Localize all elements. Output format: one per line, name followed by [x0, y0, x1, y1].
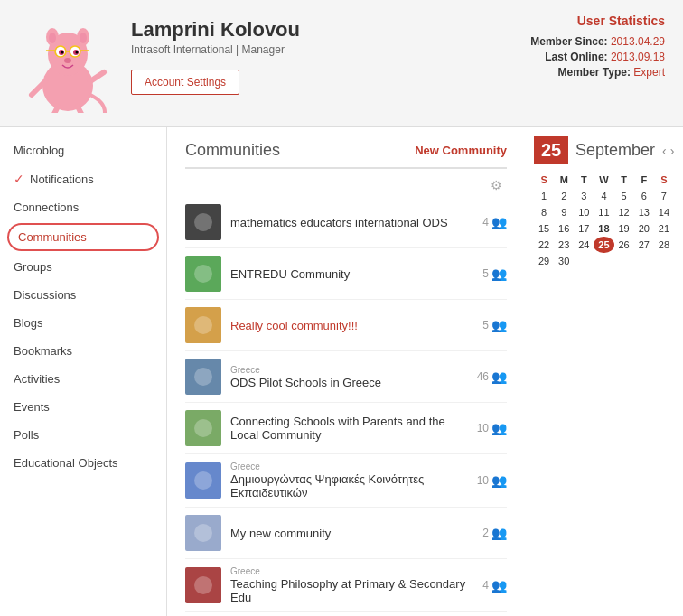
sidebar-item-microblog[interactable]: Microblog	[0, 136, 166, 164]
cal-cell-3[interactable]: 3	[574, 188, 594, 204]
community-item-connecting-schools[interactable]: Connecting Schools with Parents and the …	[185, 403, 507, 454]
community-item-entredu[interactable]: ENTREDU Community5👥	[185, 248, 507, 300]
community-thumb-my-new	[185, 515, 221, 551]
cal-cell-9[interactable]: 9	[554, 204, 574, 220]
people-icon: 👥	[491, 215, 507, 229]
account-settings-button[interactable]: Account Settings	[131, 70, 239, 95]
sidebar-item-discussions[interactable]: Discussions	[0, 281, 166, 309]
cal-cell-20[interactable]: 20	[634, 220, 654, 237]
new-community-button[interactable]: New Community	[415, 144, 507, 157]
sidebar-item-notifications[interactable]: ✓Notifications	[0, 164, 166, 193]
content-area: Communities New Community ⚙ mathematics …	[167, 127, 525, 616]
sidebar-label-notifications: Notifications	[30, 173, 94, 186]
community-item-math-edu[interactable]: mathematics educators international ODS4…	[185, 197, 507, 248]
cal-cell-25[interactable]: 25	[594, 237, 613, 253]
sidebar-label-communities: Communities	[18, 230, 87, 244]
svg-point-26	[194, 419, 212, 437]
community-name-my-new[interactable]: My new community	[230, 527, 473, 540]
sidebar-item-communities[interactable]: Communities	[7, 223, 159, 251]
cal-cell-29[interactable]: 29	[534, 253, 554, 269]
community-name-entredu[interactable]: ENTREDU Community	[230, 267, 473, 281]
community-info-cool-community: Really cool community!!!	[230, 319, 473, 332]
cal-day-header-s6: S	[654, 172, 674, 188]
cal-cell-24[interactable]: 24	[574, 237, 594, 253]
sidebar-item-groups[interactable]: Groups	[0, 253, 166, 281]
cal-cell-10[interactable]: 10	[574, 204, 594, 220]
cal-cell-7[interactable]: 7	[654, 188, 674, 204]
cal-cell-12[interactable]: 12	[614, 204, 634, 220]
cal-cell-8[interactable]: 8	[534, 204, 554, 220]
cal-day-header-f5: F	[634, 172, 654, 188]
community-info-my-new: My new community	[230, 527, 473, 540]
sidebar-label-blogs: Blogs	[14, 316, 43, 330]
cal-cell-14[interactable]: 14	[654, 204, 674, 220]
cal-cell-empty	[594, 253, 613, 269]
sidebar-item-bookmarks[interactable]: Bookmarks	[0, 337, 166, 365]
svg-point-28	[194, 524, 212, 542]
community-count-ods-pilot: 46👥	[477, 369, 507, 384]
cal-cell-1[interactable]: 1	[534, 188, 554, 204]
member-since: Member Since: 2013.04.29	[484, 35, 665, 48]
community-name-greek-community[interactable]: Δημιουργώντας Ψηφιακές Κοινότητες Εκπαιδ…	[230, 472, 468, 499]
community-thumb-teaching-phil	[185, 567, 221, 603]
communities-list: mathematics educators international ODS4…	[185, 197, 507, 612]
gear-icon[interactable]: ⚙	[491, 178, 502, 192]
cal-cell-28[interactable]: 28	[654, 237, 674, 253]
svg-point-17	[64, 58, 71, 63]
cal-cell-22[interactable]: 22	[534, 237, 554, 253]
community-name-cool-community[interactable]: Really cool community!!!	[230, 319, 473, 332]
cal-cell-21[interactable]: 21	[654, 220, 674, 237]
sidebar-label-activities: Activities	[14, 372, 60, 386]
community-info-entredu: ENTREDU Community	[230, 267, 473, 281]
community-name-teaching-phil[interactable]: Teaching Philosophy at Primary & Seconda…	[230, 577, 473, 604]
sidebar-item-polls[interactable]: Polls	[0, 421, 166, 449]
community-info-connecting-schools: Connecting Schools with Parents and the …	[230, 415, 468, 442]
community-name-ods-pilot[interactable]: ODS Pilot Schools in Greece	[230, 376, 468, 389]
sidebar-item-blogs[interactable]: Blogs	[0, 309, 166, 337]
cal-cell-27[interactable]: 27	[634, 237, 654, 253]
cal-cell-15[interactable]: 15	[534, 220, 554, 237]
cal-cell-16[interactable]: 16	[554, 220, 574, 237]
community-sub-teaching-phil: Greece	[230, 566, 473, 576]
sidebar-item-activities[interactable]: Activities	[0, 365, 166, 393]
community-item-cool-community[interactable]: Really cool community!!!5👥	[185, 300, 507, 351]
cal-cell-11[interactable]: 11	[594, 204, 613, 220]
cal-cell-6[interactable]: 6	[634, 188, 654, 204]
communities-header: Communities New Community	[185, 141, 507, 169]
cal-cell-empty	[574, 253, 594, 269]
count-number: 4	[482, 216, 489, 229]
sidebar-label-events: Events	[14, 400, 50, 414]
cal-cell-19[interactable]: 19	[614, 220, 634, 237]
svg-point-22	[194, 213, 212, 231]
calendar-next[interactable]: ›	[670, 144, 675, 158]
community-item-my-new[interactable]: My new community2👥	[185, 508, 507, 559]
cal-cell-4[interactable]: 4	[594, 188, 613, 204]
sidebar-label-discussions: Discussions	[14, 288, 76, 302]
community-name-math-edu[interactable]: mathematics educators international ODS	[230, 216, 473, 229]
community-item-ods-pilot[interactable]: GreeceODS Pilot Schools in Greece46👥	[185, 351, 507, 403]
cal-cell-17[interactable]: 17	[574, 220, 594, 237]
calendar-prev[interactable]: ‹	[662, 144, 667, 158]
cal-cell-30[interactable]: 30	[554, 253, 574, 269]
svg-point-4	[49, 33, 56, 43]
cal-cell-2[interactable]: 2	[554, 188, 574, 204]
cal-cell-18[interactable]: 18	[594, 220, 613, 237]
community-item-teaching-phil[interactable]: GreeceTeaching Philosophy at Primary & S…	[185, 559, 507, 612]
calendar-month: September	[575, 141, 655, 160]
cal-cell-26[interactable]: 26	[614, 237, 634, 253]
community-name-connecting-schools[interactable]: Connecting Schools with Parents and the …	[230, 415, 468, 442]
cal-cell-13[interactable]: 13	[634, 204, 654, 220]
cal-cell-5[interactable]: 5	[614, 188, 634, 204]
people-icon: 👥	[491, 369, 507, 384]
sidebar-item-connections[interactable]: Connections	[0, 193, 166, 221]
count-number: 46	[477, 370, 489, 383]
count-number: 5	[482, 267, 489, 280]
calendar: 25 September ‹ › SMTWTFS1234567891011121…	[534, 136, 674, 269]
communities-title: Communities	[185, 141, 280, 160]
sidebar-item-events[interactable]: Events	[0, 393, 166, 421]
sidebar-label-groups: Groups	[14, 260, 52, 274]
sidebar-item-educational-objects[interactable]: Educational Objects	[0, 449, 166, 477]
community-item-greek-community[interactable]: GreeceΔημιουργώντας Ψηφιακές Κοινότητες …	[185, 454, 507, 508]
svg-line-21	[78, 107, 83, 113]
cal-cell-23[interactable]: 23	[554, 237, 574, 253]
